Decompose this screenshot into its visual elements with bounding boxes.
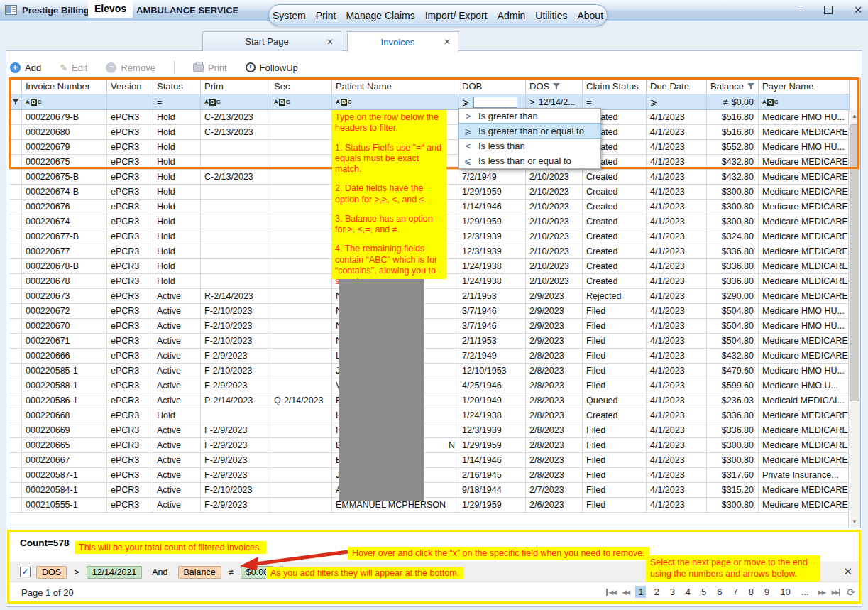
menu-manage-claims[interactable]: Manage Claims [346,10,414,21]
menu-system[interactable]: System [273,10,306,21]
dropdown-item-less-or-equal[interactable]: ⩽ Is less than or equal to [459,153,600,168]
column-header-sec[interactable]: Sec [270,79,332,94]
cell [270,214,332,229]
vertical-scrollbar[interactable]: ▲ ▼ [848,110,860,528]
filter-status[interactable]: = [153,94,201,110]
filter-patient-name[interactable]: ABC [332,94,458,110]
table-row[interactable]: 000220672ePCR3ActiveF-2/10/2023N3/7/1946… [9,304,850,319]
pager-page-3[interactable]: 3 [667,586,678,598]
filter-panel-close-icon[interactable]: ✕ [843,565,852,578]
remove-button[interactable]: − Remove [106,62,155,73]
table-row[interactable]: 000220587-1ePCR3ActiveF-2/9/2023J2/16/19… [9,468,850,483]
table-row[interactable]: 000220585-1ePCR3ActiveF-2/10/2023J12/10/… [9,364,850,378]
menu-print[interactable]: Print [316,10,336,21]
pager-page-10[interactable]: 10 [777,586,793,598]
pager-page-7[interactable]: 7 [730,586,741,598]
cell: 2/9/2023 [526,334,583,349]
table-row[interactable]: 000220666ePCR3ActiveF-2/9/2023L7/2/19492… [9,349,850,364]
scroll-down-icon[interactable]: ▼ [849,516,860,528]
filter-payer-name[interactable]: ABC [759,94,850,110]
cell: 000220677-B [22,229,107,244]
table-row[interactable]: 000210555-1ePCR3ActiveF-2/9/2023EMMANUEL… [9,498,850,513]
cell: Medicare MEDICARE [759,289,850,304]
filter-due-date[interactable]: ⩾ [647,94,707,110]
pager-page-6[interactable]: 6 [714,586,725,598]
filter-invoice-number[interactable]: ABC [22,94,107,110]
minimize-button[interactable]: – [797,4,803,16]
filter-checkbox[interactable]: ✓ [20,567,31,577]
add-button[interactable]: + Add [10,62,41,73]
followup-button[interactable]: FollowUp [246,62,298,73]
column-header-dos[interactable]: DOS [526,79,583,94]
filter-value-date[interactable]: 12/14/2021 [87,566,143,579]
pager-page-8[interactable]: 8 [746,586,757,598]
tab-close-icon[interactable]: ✕ [444,37,451,47]
column-header-balance[interactable]: Balance [707,79,759,94]
menu-import-export[interactable]: Import/ Export [425,10,488,21]
pager-page-4[interactable]: 4 [683,586,693,598]
pager-first-icon[interactable]: ◀◀ [606,589,615,596]
table-row[interactable]: 000220673ePCR3ActiveR-2/14/2023N2/1/1953… [9,289,850,304]
close-button[interactable]: ✕ [854,4,862,16]
filter-balance[interactable]: ≠$0.00 [707,94,759,110]
cell: ePCR3 [107,155,153,170]
column-header-payer-name[interactable]: Payer Name [759,79,850,94]
table-row[interactable]: 000220667ePCR3ActiveF-2/9/2023E1/14/1946… [9,453,850,468]
scroll-up-icon[interactable]: ▲ [849,110,860,122]
pager-next-icon[interactable]: ▶▶ [818,589,825,596]
pager-page-2[interactable]: 2 [651,586,661,598]
column-header-version[interactable]: Version [107,79,153,94]
table-row[interactable]: 000220669ePCR3ActiveF-2/9/2023H12/3/1939… [9,423,850,438]
menu-utilities[interactable]: Utilities [535,10,567,21]
table-row[interactable]: 000220665ePCR3ActiveF-2/9/2023EN1/29/195… [9,438,850,453]
cell: 4/1/2023 [647,304,707,319]
column-header-indicator[interactable] [9,79,22,94]
cell: 12/3/1939 [458,229,526,244]
table-row[interactable]: 000220586-1ePCR3ActiveP-2/14/2023Q-2/14/… [9,393,850,408]
pager-last-icon[interactable]: ▶▶ [831,589,840,596]
print-button[interactable]: Print [193,62,227,73]
refresh-icon[interactable]: ⟳ [847,587,855,598]
column-header-claim-status[interactable]: Claim Status [583,79,647,94]
column-header-due-date[interactable]: Due Date [647,79,707,94]
filter-op-gt[interactable]: > [74,567,79,577]
filter-field-dos[interactable]: DOS [36,566,67,579]
column-header-prim[interactable]: Prim [201,79,270,94]
cell: Hold [153,125,201,140]
table-row[interactable]: 000220584-1ePCR3ActiveF-2/10/2023A9/18/1… [9,483,850,498]
table-row[interactable]: 000220668ePCR3HoldH1/24/19382/8/2023Crea… [9,408,850,423]
column-header-invoice-number[interactable]: Invoice Number [22,79,107,94]
cell [270,259,332,274]
tab-invoices[interactable]: Invoices ✕ [347,31,458,52]
column-header-patient-name[interactable]: Patient Name [332,79,458,94]
column-header-dob[interactable]: DOB [458,79,526,94]
dropdown-item-greater-or-equal[interactable]: ⩾ Is greater than or equal to [459,124,600,138]
pager-page-5[interactable]: 5 [698,586,709,598]
scrollbar-thumb[interactable] [850,124,859,401]
tab-start-page[interactable]: Start Page ✕ [202,31,341,51]
maximize-button[interactable] [824,6,833,14]
menu-admin[interactable]: Admin [498,10,526,21]
filter-prim[interactable]: ABC [201,94,270,110]
column-header-status[interactable]: Status [153,79,201,94]
filter-version[interactable] [107,94,153,110]
edit-button[interactable]: ✎ Edit [60,62,87,73]
filter-sec[interactable]: ABC [270,94,332,110]
dropdown-item-less-than[interactable]: < Is less than [459,138,600,153]
dropdown-item-greater-than[interactable]: > Is greater than [459,109,600,124]
filter-op-neq[interactable]: ≠ [229,567,234,577]
cell: Hold [153,170,201,185]
dob-filter-input[interactable] [473,97,517,108]
pager-page-1[interactable]: 1 [635,586,646,598]
table-row[interactable]: 000220588-1ePCR3ActiveF-2/9/2023V4/25/19… [9,378,850,393]
pager-prev-icon[interactable]: ◀◀ [622,589,629,596]
table-row[interactable]: 000220670ePCR3ActiveF-2/10/2023N3/7/1946… [9,319,850,334]
pager-page-9[interactable]: 9 [762,586,772,598]
cell [9,468,22,483]
menu-about[interactable]: About [577,10,603,21]
cell: $516.80 [707,110,759,125]
cell: 2/10/2023 [526,214,583,229]
filter-field-balance[interactable]: Balance [178,566,221,579]
table-row[interactable]: 000220671ePCR3ActiveF-2/10/2023N2/1/1953… [9,334,850,349]
tab-close-icon[interactable]: ✕ [326,37,334,47]
